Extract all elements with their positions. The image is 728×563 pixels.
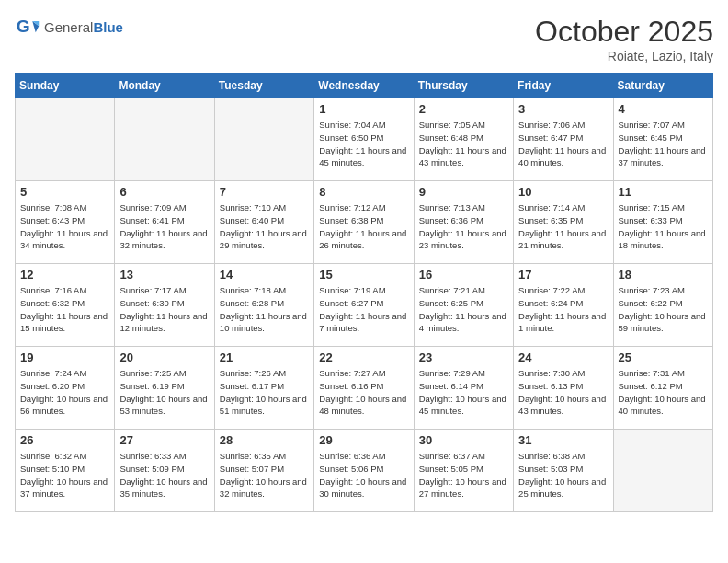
calendar-cell: 7Sunrise: 7:10 AMSunset: 6:40 PMDaylight… — [214, 181, 313, 264]
day-number: 18 — [619, 268, 708, 282]
day-info: Sunrise: 7:10 AMSunset: 6:40 PMDaylight:… — [220, 201, 309, 252]
calendar-cell: 15Sunrise: 7:19 AMSunset: 6:27 PMDayligh… — [314, 264, 414, 347]
week-row-3: 19Sunrise: 7:24 AMSunset: 6:20 PMDayligh… — [16, 347, 713, 430]
header-sunday: Sunday — [16, 74, 115, 98]
calendar-cell: 5Sunrise: 7:08 AMSunset: 6:43 PMDaylight… — [16, 181, 115, 264]
day-number: 21 — [220, 350, 309, 364]
calendar-cell: 31Sunrise: 6:38 AMSunset: 5:03 PMDayligh… — [514, 430, 613, 512]
day-info: Sunrise: 7:17 AMSunset: 6:30 PMDaylight:… — [119, 284, 209, 335]
day-number: 27 — [119, 433, 209, 447]
day-number: 23 — [419, 350, 508, 364]
day-info: Sunrise: 7:25 AMSunset: 6:19 PMDaylight:… — [119, 367, 209, 418]
day-number: 10 — [518, 185, 608, 199]
calendar-cell: 1Sunrise: 7:04 AMSunset: 6:50 PMDaylight… — [314, 98, 414, 181]
day-number: 12 — [20, 268, 109, 282]
header-friday: Friday — [514, 74, 613, 98]
day-number: 6 — [119, 185, 209, 199]
calendar-cell: 13Sunrise: 7:17 AMSunset: 6:30 PMDayligh… — [115, 264, 214, 347]
calendar-cell: 4Sunrise: 7:07 AMSunset: 6:45 PMDaylight… — [613, 98, 712, 181]
calendar-cell: 12Sunrise: 7:16 AMSunset: 6:32 PMDayligh… — [16, 264, 115, 347]
day-info: Sunrise: 6:38 AMSunset: 5:03 PMDaylight:… — [518, 450, 608, 500]
week-row-2: 12Sunrise: 7:16 AMSunset: 6:32 PMDayligh… — [16, 264, 713, 347]
day-number: 26 — [20, 433, 109, 447]
day-number: 5 — [20, 185, 109, 199]
day-number: 14 — [220, 268, 309, 282]
day-info: Sunrise: 7:07 AMSunset: 6:45 PMDaylight:… — [619, 119, 708, 169]
page-header: G GeneralBlue October 2025 Roiate, Lazio… — [15, 15, 713, 63]
day-info: Sunrise: 7:31 AMSunset: 6:12 PMDaylight:… — [619, 367, 708, 418]
calendar-cell: 23Sunrise: 7:29 AMSunset: 6:14 PMDayligh… — [414, 347, 513, 430]
header-tuesday: Tuesday — [214, 74, 313, 98]
day-info: Sunrise: 7:08 AMSunset: 6:43 PMDaylight:… — [20, 201, 109, 252]
day-info: Sunrise: 6:33 AMSunset: 5:09 PMDaylight:… — [119, 450, 209, 500]
calendar-cell: 10Sunrise: 7:14 AMSunset: 6:35 PMDayligh… — [514, 181, 613, 264]
calendar-cell: 3Sunrise: 7:06 AMSunset: 6:47 PMDaylight… — [514, 98, 613, 181]
calendar-cell: 21Sunrise: 7:26 AMSunset: 6:17 PMDayligh… — [214, 347, 313, 430]
day-number: 2 — [419, 102, 508, 116]
day-info: Sunrise: 7:22 AMSunset: 6:24 PMDaylight:… — [518, 284, 608, 335]
calendar-cell: 9Sunrise: 7:13 AMSunset: 6:36 PMDaylight… — [414, 181, 513, 264]
logo-blue-text: Blue — [93, 19, 123, 35]
calendar-cell: 6Sunrise: 7:09 AMSunset: 6:41 PMDaylight… — [115, 181, 214, 264]
header-saturday: Saturday — [613, 74, 712, 98]
day-info: Sunrise: 7:14 AMSunset: 6:35 PMDaylight:… — [518, 201, 608, 252]
day-info: Sunrise: 7:24 AMSunset: 6:20 PMDaylight:… — [20, 367, 109, 418]
calendar-cell: 27Sunrise: 6:33 AMSunset: 5:09 PMDayligh… — [115, 430, 214, 512]
calendar-cell: 26Sunrise: 6:32 AMSunset: 5:10 PMDayligh… — [16, 430, 115, 512]
calendar-cell: 29Sunrise: 6:36 AMSunset: 5:06 PMDayligh… — [314, 430, 414, 512]
calendar-cell — [214, 98, 313, 181]
week-row-1: 5Sunrise: 7:08 AMSunset: 6:43 PMDaylight… — [16, 181, 713, 264]
day-info: Sunrise: 7:18 AMSunset: 6:28 PMDaylight:… — [220, 284, 309, 335]
day-info: Sunrise: 7:30 AMSunset: 6:13 PMDaylight:… — [518, 367, 608, 418]
calendar-cell: 25Sunrise: 7:31 AMSunset: 6:12 PMDayligh… — [613, 347, 712, 430]
logo: G GeneralBlue — [15, 15, 123, 40]
day-info: Sunrise: 6:32 AMSunset: 5:10 PMDaylight:… — [20, 450, 109, 500]
calendar-cell: 16Sunrise: 7:21 AMSunset: 6:25 PMDayligh… — [414, 264, 513, 347]
calendar-cell: 14Sunrise: 7:18 AMSunset: 6:28 PMDayligh… — [214, 264, 313, 347]
header-monday: Monday — [115, 74, 214, 98]
calendar-cell: 2Sunrise: 7:05 AMSunset: 6:48 PMDaylight… — [414, 98, 513, 181]
day-info: Sunrise: 7:23 AMSunset: 6:22 PMDaylight:… — [619, 284, 708, 335]
month-title: October 2025 — [535, 15, 713, 49]
calendar-cell: 24Sunrise: 7:30 AMSunset: 6:13 PMDayligh… — [514, 347, 613, 430]
day-info: Sunrise: 7:29 AMSunset: 6:14 PMDaylight:… — [419, 367, 508, 418]
calendar-cell: 28Sunrise: 6:35 AMSunset: 5:07 PMDayligh… — [214, 430, 313, 512]
day-info: Sunrise: 6:37 AMSunset: 5:05 PMDaylight:… — [419, 450, 508, 500]
day-info: Sunrise: 7:05 AMSunset: 6:48 PMDaylight:… — [419, 119, 508, 169]
logo-icon: G — [15, 15, 40, 40]
day-number: 20 — [119, 350, 209, 364]
day-number: 28 — [220, 433, 309, 447]
day-number: 16 — [419, 268, 508, 282]
calendar-cell: 22Sunrise: 7:27 AMSunset: 6:16 PMDayligh… — [314, 347, 414, 430]
calendar-cell: 19Sunrise: 7:24 AMSunset: 6:20 PMDayligh… — [16, 347, 115, 430]
day-info: Sunrise: 7:09 AMSunset: 6:41 PMDaylight:… — [119, 201, 209, 252]
day-info: Sunrise: 7:04 AMSunset: 6:50 PMDaylight:… — [319, 119, 408, 169]
day-number: 19 — [20, 350, 109, 364]
svg-text:G: G — [17, 17, 30, 36]
day-number: 24 — [518, 350, 608, 364]
day-number: 30 — [419, 433, 508, 447]
day-number: 29 — [319, 433, 408, 447]
day-number: 13 — [119, 268, 209, 282]
day-info: Sunrise: 7:26 AMSunset: 6:17 PMDaylight:… — [220, 367, 309, 418]
day-number: 22 — [319, 350, 408, 364]
day-number: 17 — [518, 268, 608, 282]
day-info: Sunrise: 6:36 AMSunset: 5:06 PMDaylight:… — [319, 450, 408, 500]
calendar-cell — [16, 98, 115, 181]
calendar-cell: 11Sunrise: 7:15 AMSunset: 6:33 PMDayligh… — [613, 181, 712, 264]
day-number: 1 — [319, 102, 408, 116]
calendar-cell: 17Sunrise: 7:22 AMSunset: 6:24 PMDayligh… — [514, 264, 613, 347]
header-thursday: Thursday — [414, 74, 513, 98]
day-number: 3 — [518, 102, 608, 116]
calendar-cell: 18Sunrise: 7:23 AMSunset: 6:22 PMDayligh… — [613, 264, 712, 347]
calendar-cell: 20Sunrise: 7:25 AMSunset: 6:19 PMDayligh… — [115, 347, 214, 430]
week-row-0: 1Sunrise: 7:04 AMSunset: 6:50 PMDaylight… — [16, 98, 713, 181]
logo-general-text: General — [44, 19, 93, 35]
day-info: Sunrise: 7:19 AMSunset: 6:27 PMDaylight:… — [319, 284, 408, 335]
day-number: 4 — [619, 102, 708, 116]
day-info: Sunrise: 7:15 AMSunset: 6:33 PMDaylight:… — [619, 201, 708, 252]
title-block: October 2025 Roiate, Lazio, Italy — [535, 15, 713, 63]
calendar-cell: 30Sunrise: 6:37 AMSunset: 5:05 PMDayligh… — [414, 430, 513, 512]
day-info: Sunrise: 6:35 AMSunset: 5:07 PMDaylight:… — [220, 450, 309, 500]
location: Roiate, Lazio, Italy — [535, 49, 713, 63]
